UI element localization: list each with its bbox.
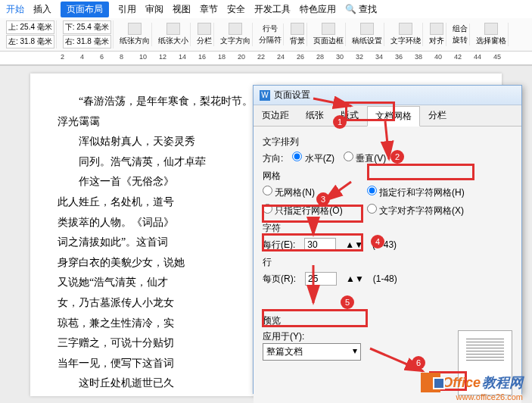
- apply-label: 应用于(Y):: [263, 330, 361, 343]
- margin-right[interactable]: 右: 31.8 毫米: [63, 35, 111, 48]
- line-section: 行: [263, 256, 512, 269]
- margin-group: 上: 25.4 毫米 左: 31.8 毫米: [5, 20, 57, 48]
- size-btn[interactable]: 纸张大小: [157, 23, 191, 46]
- page-setup-dialog: W 页面设置 页边距 纸张 版式 文档网格 分栏 文字排列 方向: 水平(Z) …: [253, 85, 522, 394]
- watermark-url: www.office26.com: [456, 392, 523, 401]
- menu-view[interactable]: 视图: [173, 3, 191, 16]
- marker-2: 2: [390, 150, 404, 164]
- ruler-mark: 40: [434, 53, 442, 61]
- radio-no-grid[interactable]: 无网格(N): [263, 186, 343, 199]
- text-arrange-label: 文字排列: [263, 136, 512, 148]
- app-top: 开始 插入 页面布局 引用 审阅 视图 章节 安全 开发工具 特色应用 🔍 查找…: [0, 0, 532, 66]
- per-line-label: 每行(E):: [263, 239, 295, 251]
- ruler-mark: 26: [297, 53, 304, 61]
- menu-review[interactable]: 审阅: [145, 3, 163, 16]
- marker-6: 6: [412, 356, 425, 370]
- char-section: 字符: [263, 222, 512, 235]
- menu-reference[interactable]: 引用: [118, 3, 136, 16]
- menu-special[interactable]: 特色应用: [300, 3, 336, 16]
- ruler-mark: 30: [336, 53, 344, 61]
- dialog-tabs: 页边距 纸张 版式 文档网格 分栏: [254, 105, 521, 127]
- border-btn[interactable]: 页面边框: [312, 23, 346, 46]
- ruler-mark: 32: [356, 53, 363, 61]
- ruler-mark: 4: [80, 53, 84, 61]
- background-btn[interactable]: 背景: [288, 23, 307, 46]
- per-page-label: 每页(R):: [263, 273, 296, 286]
- tab-columns[interactable]: 分栏: [420, 105, 455, 126]
- margin-left[interactable]: 左: 31.8 毫米: [6, 35, 54, 48]
- ruler-mark: 14: [179, 53, 186, 61]
- ruler-mark: 10: [139, 53, 147, 61]
- watermark-brand1: Office: [442, 375, 481, 391]
- preview-label: 预览: [263, 314, 512, 327]
- radio-horizontal[interactable]: 水平(Z): [292, 152, 334, 165]
- ruler: 2468101214161820222426283032343638404244…: [0, 52, 532, 65]
- grid-label: 网格: [263, 170, 512, 183]
- ruler-mark: 44: [474, 53, 481, 61]
- wrap-btn[interactable]: 文字环绕: [389, 23, 423, 46]
- linenum-btn[interactable]: 行号分隔符: [257, 23, 284, 45]
- watermark: Office教程网 www.office26.com: [421, 373, 523, 392]
- ruler-mark: 45: [493, 53, 501, 61]
- menu-safe[interactable]: 安全: [227, 3, 245, 16]
- align-btn[interactable]: 对齐: [428, 23, 446, 46]
- margin-bottom[interactable]: 下: 25.4 毫米: [63, 20, 111, 34]
- manuscript-btn[interactable]: 稿纸设置: [350, 23, 384, 46]
- ruler-mark: 2: [61, 53, 64, 61]
- per-page-input[interactable]: [305, 272, 337, 286]
- tab-grid[interactable]: 文档网格: [367, 106, 420, 127]
- ruler-mark: 22: [257, 53, 265, 61]
- radio-line-grid[interactable]: 只指定行网格(O): [263, 204, 343, 217]
- ruler-mark: 42: [454, 53, 462, 61]
- ruler-mark: 24: [277, 53, 285, 61]
- ruler-mark: 38: [415, 53, 422, 61]
- per-line-input[interactable]: [304, 238, 336, 251]
- marker-5: 5: [341, 295, 354, 309]
- menu-find[interactable]: 🔍 查找: [345, 3, 377, 16]
- dialog-title-bar[interactable]: W 页面设置: [254, 86, 521, 105]
- ruler-mark: 28: [316, 53, 324, 61]
- marker-4: 4: [371, 235, 384, 248]
- columns-btn[interactable]: 分栏: [195, 23, 214, 46]
- marker-3: 3: [316, 192, 330, 206]
- ruler-mark: 34: [375, 53, 383, 61]
- menu-file[interactable]: 开始: [6, 3, 24, 16]
- menu-bar: 开始 插入 页面布局 引用 审阅 视图 章节 安全 开发工具 特色应用 🔍 查找: [0, 0, 532, 18]
- menu-dev[interactable]: 开发工具: [254, 3, 291, 16]
- margin-group2: 下: 25.4 毫米 右: 31.8 毫米: [61, 20, 114, 48]
- tab-paper[interactable]: 纸张: [297, 105, 332, 126]
- app-icon: W: [260, 90, 270, 101]
- selpane-btn[interactable]: 选择窗格: [474, 23, 509, 46]
- ruler-mark: 6: [100, 53, 104, 61]
- radio-char-line-grid[interactable]: 指定行和字符网格(H): [367, 186, 465, 199]
- dialog-body: 文字排列 方向: 水平(Z) 垂直(V) 网格 无网格(N) 只指定行网格(O)…: [254, 127, 521, 403]
- ruler-mark: 20: [238, 53, 245, 61]
- menu-insert[interactable]: 插入: [33, 3, 51, 16]
- direction-label: 方向:: [263, 152, 283, 165]
- group-btn[interactable]: 组合旋转: [451, 23, 470, 45]
- ruler-mark: 8: [120, 53, 123, 61]
- menu-chapter[interactable]: 章节: [200, 3, 218, 16]
- textdir-btn[interactable]: 文字方向: [219, 23, 253, 46]
- margin-top[interactable]: 上: 25.4 毫米: [6, 20, 54, 34]
- ruler-mark: 12: [159, 53, 166, 61]
- orientation-btn[interactable]: 纸张方向: [118, 23, 152, 46]
- per-page-range: (1-48): [373, 273, 397, 284]
- tab-margin[interactable]: 页边距: [254, 105, 297, 126]
- watermark-icon: [421, 373, 440, 392]
- ruler-mark: 18: [218, 53, 226, 61]
- radio-vertical[interactable]: 垂直(V): [344, 152, 386, 165]
- ruler-mark: 16: [198, 53, 206, 61]
- dialog-title: 页面设置: [274, 89, 310, 102]
- marker-1: 1: [333, 115, 347, 129]
- menu-layout[interactable]: 页面布局: [61, 2, 109, 17]
- ruler-mark: 36: [395, 53, 403, 61]
- ribbon: 上: 25.4 毫米 左: 31.8 毫米 下: 25.4 毫米 右: 31.8…: [0, 18, 532, 52]
- radio-align-char[interactable]: 文字对齐字符网格(X): [367, 204, 465, 217]
- watermark-brand2: 教程网: [482, 373, 523, 392]
- apply-combo[interactable]: 整篇文档▾: [263, 343, 361, 361]
